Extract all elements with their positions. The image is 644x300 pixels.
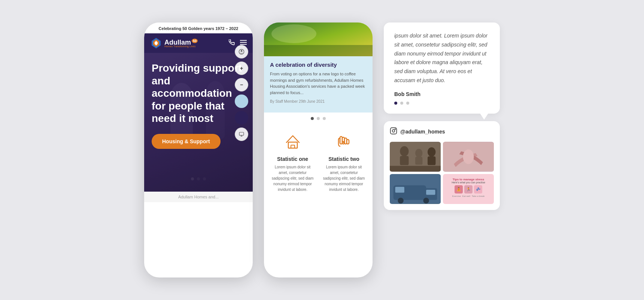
blog-card-title: A celebration of diversity: [270, 62, 367, 68]
svg-point-27: [395, 129, 396, 129]
logo: Adullam50 Homes Transforming Lives: [150, 37, 198, 49]
testimonial-tail: [480, 113, 489, 120]
blog-card-meta: By Staff Member 29th June 2021: [270, 99, 367, 104]
svg-rect-32: [415, 157, 422, 165]
svg-rect-43: [395, 187, 404, 193]
instagram-icon: [390, 127, 397, 136]
svg-point-41: [398, 198, 404, 204]
instagram-card: @adullam_homes: [384, 121, 500, 210]
testimonial-card: ipsum dolor sit amet. Lorem ipsum dolor …: [384, 22, 500, 114]
phone-footer: Adullam Homes and...: [144, 192, 253, 202]
hero-content: Providing support and accommodation for …: [152, 62, 245, 149]
instagram-grid: Tips to manage stress Here's what you ca…: [390, 142, 494, 204]
testi-dot-2[interactable]: [400, 102, 403, 105]
svg-point-37: [463, 149, 474, 164]
svg-rect-24: [347, 140, 349, 144]
instagram-image-1[interactable]: [390, 142, 441, 172]
logo-text-block: Adullam50 Homes Transforming Lives: [164, 39, 198, 48]
testi-dot-1[interactable]: [394, 102, 397, 105]
side-controls: + −: [235, 45, 248, 141]
svg-rect-8: [239, 132, 244, 135]
dark-mode-button[interactable]: [235, 111, 248, 124]
blog-card: A celebration of diversity From voting o…: [264, 22, 373, 112]
phone-icon[interactable]: [229, 39, 235, 47]
housing-support-button[interactable]: Housing & Support: [152, 134, 221, 149]
svg-point-7: [241, 50, 242, 51]
svg-point-26: [392, 129, 395, 132]
blog-card-body: A celebration of diversity From voting o…: [264, 56, 373, 106]
svg-point-17: [271, 24, 316, 43]
stat-text-2: Lorem ipsum dolor sit amet, consetetur s…: [321, 164, 367, 192]
monitor-button[interactable]: [235, 128, 248, 141]
svg-rect-44: [426, 190, 435, 195]
svg-rect-25: [391, 128, 397, 134]
stats-section: Statistic one Lorem ipsum dolor sit amet…: [264, 124, 373, 200]
stat-title-1: Statistic one: [270, 156, 315, 162]
instagram-header: @adullam_homes: [390, 127, 494, 136]
house-icon: [270, 132, 315, 153]
stat-item-1: Statistic one Lorem ipsum dolor sit amet…: [270, 132, 315, 192]
top-bar-text: Celebrating 50 Golden years 1972 – 2022: [159, 26, 239, 31]
svg-point-6: [239, 49, 244, 54]
svg-point-29: [400, 146, 408, 156]
card-dot-3[interactable]: [323, 117, 326, 120]
stat-item-2: Statistic two Lorem ipsum dolor sit amet…: [321, 132, 367, 192]
instagram-image-2[interactable]: [443, 142, 494, 172]
card-dot-2[interactable]: [317, 117, 320, 120]
svg-point-33: [428, 147, 435, 157]
svg-rect-34: [428, 156, 435, 165]
instagram-handle: @adullam_homes: [400, 129, 445, 135]
phone-mockup-2: A celebration of diversity From voting o…: [264, 22, 373, 278]
hand-icon: [321, 132, 367, 153]
right-panel: ipsum dolor sit amet. Lorem ipsum dolor …: [384, 22, 500, 278]
zoom-in-button[interactable]: +: [235, 62, 248, 75]
svg-point-31: [415, 148, 422, 157]
blog-card-image: [264, 22, 373, 56]
svg-point-42: [423, 198, 429, 204]
testimonial-dots: [394, 102, 489, 105]
svg-rect-30: [400, 156, 408, 165]
hero-title: Providing support and accommodation for …: [152, 62, 245, 125]
stat-text-1: Lorem ipsum dolor sit amet, consetetur s…: [270, 164, 315, 192]
card-dot-1[interactable]: [311, 117, 314, 120]
zoom-out-button[interactable]: −: [235, 78, 248, 92]
blog-card-text: From voting on options for a new logo to…: [270, 71, 367, 96]
instagram-image-3[interactable]: [390, 174, 441, 204]
svg-rect-35: [390, 166, 441, 171]
top-bar: Celebrating 50 Golden years 1972 – 2022: [144, 22, 253, 33]
card-dots: [264, 112, 373, 124]
color-button[interactable]: [235, 94, 248, 108]
testimonial-text: ipsum dolor sit amet. Lorem ipsum dolor …: [394, 32, 489, 85]
stat-title-2: Statistic two: [321, 156, 367, 162]
phone-mockup-1: Celebrating 50 Golden years 1972 – 2022 …: [144, 22, 253, 278]
logo-icon: [150, 37, 162, 49]
logo-sub: Homes Transforming Lives: [164, 45, 198, 48]
testimonial-author: Bob Smith: [394, 91, 489, 97]
instagram-image-4-sub: Here's what you can practise: [452, 181, 485, 184]
instagram-image-4[interactable]: Tips to manage stress Here's what you ca…: [443, 174, 494, 204]
testi-dot-3[interactable]: [406, 102, 409, 105]
instagram-image-4-title: Tips to manage stress: [453, 178, 484, 181]
accessibility-button[interactable]: [235, 45, 248, 58]
svg-rect-18: [264, 45, 373, 56]
